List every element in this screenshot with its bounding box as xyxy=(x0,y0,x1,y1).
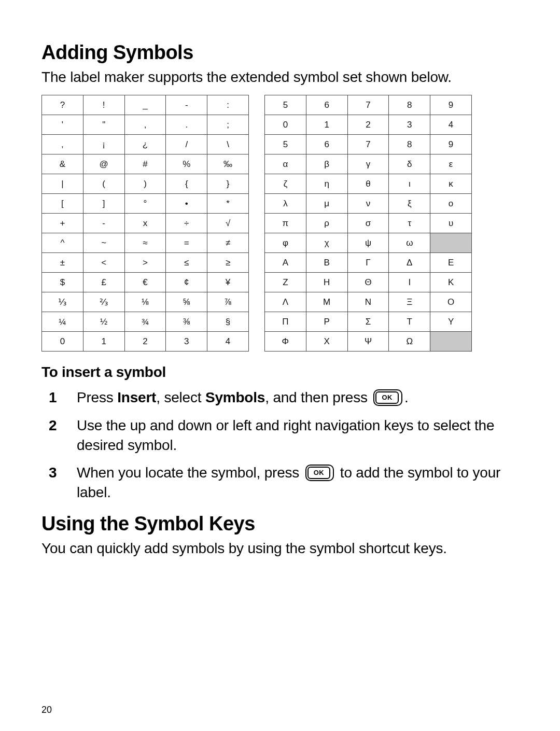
symbol-cell: σ xyxy=(347,214,389,233)
symbol-cell: - xyxy=(83,214,124,233)
symbol-cell: β xyxy=(306,154,347,174)
symbol-cell: % xyxy=(166,154,207,174)
symbol-cell: 7 xyxy=(347,95,389,115)
step-number: 3 xyxy=(41,463,77,483)
symbol-cell: 8 xyxy=(389,135,430,154)
symbol-cell: _ xyxy=(124,95,166,115)
symbol-cell: ⅝ xyxy=(166,292,207,312)
symbol-cell: α xyxy=(265,154,306,174)
symbol-cell: 6 xyxy=(306,95,347,115)
symbol-cell: ! xyxy=(83,95,124,115)
symbol-cell: ¥ xyxy=(207,273,249,292)
symbol-cell: ⅔ xyxy=(83,292,124,312)
symbol-cell: 9 xyxy=(430,135,472,154)
symbol-cell: λ xyxy=(265,194,306,214)
step-body: Use the up and down or left and right na… xyxy=(77,416,519,455)
symbol-cell: # xyxy=(124,154,166,174)
symbol-cell: ½ xyxy=(83,312,124,332)
symbol-cell: • xyxy=(166,194,207,214)
symbol-cell: υ xyxy=(430,214,472,233)
symbol-cell: Ψ xyxy=(347,332,389,352)
symbol-cell: [ xyxy=(42,194,83,214)
symbol-cell: Ρ xyxy=(306,312,347,332)
symbol-cell: ¿ xyxy=(124,135,166,154)
symbol-cell: ° xyxy=(124,194,166,214)
step-item: 1Press Insert, select Symbols, and then … xyxy=(41,388,519,407)
symbol-cell: ⅞ xyxy=(207,292,249,312)
symbol-cell: | xyxy=(42,174,83,194)
symbol-cell: > xyxy=(124,253,166,273)
step-body: When you locate the symbol, press OK to … xyxy=(77,463,519,502)
symbol-cell: Δ xyxy=(389,253,430,273)
symbol-cell xyxy=(430,233,472,253)
heading-symbol-keys: Using the Symbol Keys xyxy=(41,513,519,535)
symbol-cell: 9 xyxy=(430,95,472,115)
symbol-cell: 0 xyxy=(265,115,306,135)
symbol-cell: ¾ xyxy=(124,312,166,332)
symbol-cell: . xyxy=(166,115,207,135)
symbol-cell: τ xyxy=(389,214,430,233)
ok-button-icon: OK xyxy=(373,389,402,406)
symbol-cell: ' xyxy=(42,115,83,135)
symbol-cell: 5 xyxy=(265,95,306,115)
symbol-cell: ο xyxy=(430,194,472,214)
symbol-cell: Τ xyxy=(389,312,430,332)
symbol-cell: £ xyxy=(83,273,124,292)
symbol-cell: ι xyxy=(389,174,430,194)
symbol-cell: ⅜ xyxy=(166,312,207,332)
symbol-tables-container: ?!_-:'",.;,¡¿/\&@#%‰|(){}[]°•*+-x÷√^~≈=≠… xyxy=(41,95,519,352)
symbol-cell: 7 xyxy=(347,135,389,154)
symbol-cell: Π xyxy=(265,312,306,332)
step-item: 2Use the up and down or left and right n… xyxy=(41,416,519,455)
symbol-cell: 1 xyxy=(306,115,347,135)
symbol-cell: Α xyxy=(265,253,306,273)
symbol-cell: 3 xyxy=(166,332,207,352)
page-number: 20 xyxy=(41,705,52,715)
symbol-cell: = xyxy=(166,233,207,253)
step-number: 1 xyxy=(41,388,77,407)
symbol-cell: Λ xyxy=(265,292,306,312)
symbol-cell: & xyxy=(42,154,83,174)
symbol-cell: ⅛ xyxy=(124,292,166,312)
symbol-cell: Κ xyxy=(430,273,472,292)
symbol-cell: 2 xyxy=(347,115,389,135)
symbol-cell: ¢ xyxy=(166,273,207,292)
ok-button-icon: OK xyxy=(305,465,334,481)
symbol-cell: ; xyxy=(207,115,249,135)
symbol-cell: θ xyxy=(347,174,389,194)
symbol-cell: Ξ xyxy=(389,292,430,312)
symbol-cell: 6 xyxy=(306,135,347,154)
symbol-cell: χ xyxy=(306,233,347,253)
symbol-cell: $ xyxy=(42,273,83,292)
symbol-cell: ÷ xyxy=(166,214,207,233)
symbol-cell: η xyxy=(306,174,347,194)
intro-paragraph-2: You can quickly add symbols by using the… xyxy=(41,540,519,557)
symbol-cell: \ xyxy=(207,135,249,154)
symbol-cell: ξ xyxy=(389,194,430,214)
symbol-cell: Γ xyxy=(347,253,389,273)
symbol-cell: ≠ xyxy=(207,233,249,253)
symbol-cell: 8 xyxy=(389,95,430,115)
symbol-cell: Ε xyxy=(430,253,472,273)
symbol-cell: ν xyxy=(347,194,389,214)
symbol-cell: ψ xyxy=(347,233,389,253)
symbol-cell: @ xyxy=(83,154,124,174)
manual-page: Adding Symbols The label maker supports … xyxy=(0,0,560,731)
symbol-cell: ≥ xyxy=(207,253,249,273)
symbol-cell: ‰ xyxy=(207,154,249,174)
symbol-table-left: ?!_-:'",.;,¡¿/\&@#%‰|(){}[]°•*+-x÷√^~≈=≠… xyxy=(41,95,249,352)
symbol-cell: ω xyxy=(389,233,430,253)
symbol-cell: Χ xyxy=(306,332,347,352)
insert-symbol-steps: 1Press Insert, select Symbols, and then … xyxy=(41,388,519,502)
step-item: 3When you locate the symbol, press OK to… xyxy=(41,463,519,502)
symbol-cell: ε xyxy=(430,154,472,174)
symbol-cell: Ν xyxy=(347,292,389,312)
subheading-insert-symbol: To insert a symbol xyxy=(41,364,519,381)
symbol-cell: ¡ xyxy=(83,135,124,154)
symbol-cell: 5 xyxy=(265,135,306,154)
symbol-cell: ≤ xyxy=(166,253,207,273)
symbol-cell: Φ xyxy=(265,332,306,352)
symbol-cell: μ xyxy=(306,194,347,214)
symbol-cell: ? xyxy=(42,95,83,115)
symbol-cell: κ xyxy=(430,174,472,194)
